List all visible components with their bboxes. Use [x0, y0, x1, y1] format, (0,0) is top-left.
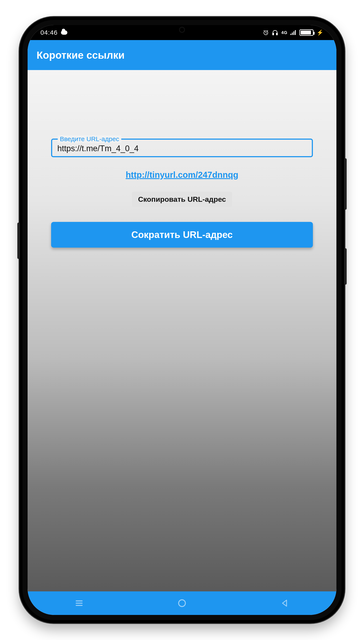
svg-point-10 — [178, 600, 186, 607]
signal-icon — [290, 30, 296, 35]
battery-level: 90 — [300, 31, 313, 35]
shortened-url-link[interactable]: http://tinyurl.com/247dnnqg — [51, 170, 313, 180]
cloud-icon — [61, 31, 67, 35]
nav-back-button[interactable] — [272, 597, 298, 609]
headphones-icon — [272, 29, 278, 36]
copy-url-button[interactable]: Скопировать URL-адрес — [132, 192, 232, 207]
svg-rect-4 — [292, 33, 293, 35]
nav-home-button[interactable] — [169, 597, 195, 609]
nav-recents-button[interactable] — [66, 597, 92, 609]
status-time: 04:46 — [40, 29, 58, 36]
side-button — [17, 223, 20, 259]
front-camera — [179, 27, 185, 33]
svg-rect-3 — [290, 34, 291, 35]
svg-rect-6 — [295, 30, 296, 35]
url-input-label: Введите URL-адрес — [58, 135, 121, 143]
network-type: 4G — [281, 31, 288, 35]
url-input-container: Введите URL-адрес — [51, 139, 313, 157]
system-nav-bar — [28, 591, 336, 615]
screen: 04:46 4G 90 — [28, 25, 336, 615]
phone-frame: 04:46 4G 90 — [20, 17, 344, 623]
battery-icon: 90 — [300, 29, 314, 36]
app-title: Короткие ссылки — [36, 49, 125, 61]
svg-rect-1 — [273, 33, 274, 35]
url-input[interactable] — [57, 144, 307, 153]
svg-rect-5 — [294, 31, 294, 35]
power-button — [344, 248, 347, 285]
app-header: Короткие ссылки — [28, 40, 336, 70]
svg-rect-2 — [276, 33, 278, 35]
shorten-url-button[interactable]: Сократить URL-адрес — [51, 222, 313, 248]
alarm-icon — [263, 30, 269, 36]
app-body: Введите URL-адрес http://tinyurl.com/247… — [28, 70, 336, 591]
volume-button — [344, 158, 347, 210]
charging-icon: ⚡ — [316, 29, 324, 36]
